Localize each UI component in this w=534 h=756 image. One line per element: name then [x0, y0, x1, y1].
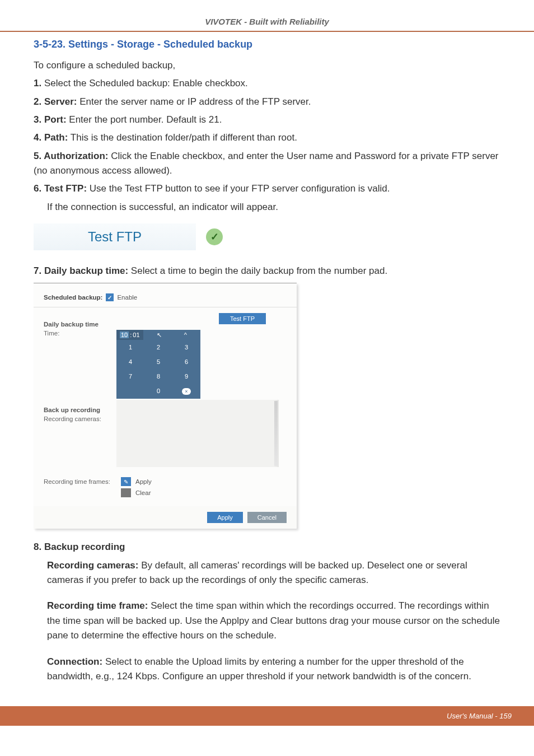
step-1-text: Select the Scheduled backup: Enable chec…	[41, 78, 248, 88]
numpad-9[interactable]: 9	[172, 369, 200, 384]
apply-button[interactable]: Apply	[207, 512, 243, 523]
step-6-text: Use the Test FTP button to see if your F…	[87, 183, 390, 194]
step-3-text: Enter the port number. Default is 21.	[67, 114, 222, 125]
numpad-6[interactable]: 6	[172, 354, 200, 369]
time-label: Time:	[44, 330, 116, 337]
numpad-2[interactable]: 2	[144, 340, 172, 354]
section-title: 3-5-23. Settings - Storage - Scheduled b…	[34, 39, 500, 50]
step-3: 3. Port: Enter the port number. Default …	[34, 113, 500, 127]
step-5-key: Authorization:	[44, 151, 108, 161]
testftp-figure: Test FTP ✓	[34, 220, 500, 254]
testftp-button[interactable]: Test FTP	[219, 313, 266, 324]
step-8c: Connection: Select to enable the Upload …	[34, 655, 500, 684]
page-header: VIVOTEK - Built with Reliability	[34, 0, 500, 31]
step-5-num: 5.	[34, 151, 44, 161]
step-1: 1. Select the Scheduled backup: Enable c…	[34, 76, 500, 91]
recording-cameras-label: Recording cameras:	[44, 416, 116, 422]
step-8c-key: Connection:	[47, 656, 102, 667]
step-2: 2. Server: Enter the server name or IP a…	[34, 95, 500, 109]
recording-cameras-panel[interactable]	[116, 400, 279, 467]
step-4: 4. Path: This is the destination folder/…	[34, 130, 500, 145]
time-input[interactable]: 10 : 01	[116, 330, 143, 340]
step-2-text: Enter the server name or IP address of t…	[77, 96, 311, 107]
step-6-num: 6.	[34, 183, 44, 194]
time-colon: :	[130, 332, 132, 338]
clear-swatch-label: Clear	[135, 489, 151, 496]
section-number: 3-5-23.	[34, 39, 65, 50]
panel-top: Scheduled backup: ✓ Enable	[34, 283, 297, 307]
numpad[interactable]: 10 : 01 ↖ ^ 1 2 3 4 5	[116, 330, 200, 399]
config-panel: Scheduled backup: ✓ Enable Test FTP Dail…	[34, 283, 297, 529]
step-1-num: 1.	[34, 78, 41, 88]
time-mm: 01	[133, 332, 139, 338]
step-8-num: 8.	[34, 542, 44, 552]
scheduled-backup-label: Scheduled backup:	[44, 294, 102, 301]
caret-up-icon[interactable]: ^	[184, 332, 187, 338]
backspace-icon: ×	[182, 388, 190, 395]
step-2-key: Server:	[44, 96, 77, 107]
numpad-7[interactable]: 7	[116, 369, 144, 384]
enable-label: Enable	[117, 294, 137, 301]
apply-swatch-icon[interactable]: ✎	[121, 477, 131, 486]
step-7-num: 7.	[34, 265, 44, 276]
step-6: 6. Test FTP: Use the Test FTP button to …	[34, 181, 500, 196]
step-7-key: Daily backup time:	[44, 265, 128, 276]
numpad-backspace[interactable]: ×	[172, 384, 200, 399]
step-2-num: 2.	[34, 96, 44, 107]
step-8: 8. Backup recording	[34, 540, 500, 554]
step-3-key: Port:	[44, 114, 67, 125]
step-4-num: 4.	[34, 132, 44, 143]
clear-swatch-icon[interactable]	[121, 488, 131, 497]
numpad-1[interactable]: 1	[116, 340, 144, 354]
step-4-text: This is the destination folder/path if d…	[68, 132, 297, 143]
page-footer: User's Manual - 159	[0, 706, 534, 726]
step-8a: Recording cameras: By default, all camer…	[34, 558, 500, 588]
testftp-large-button[interactable]: Test FTP	[34, 223, 196, 250]
cancel-button[interactable]: Cancel	[247, 512, 287, 523]
recording-time-frames-label: Recording time frames:	[44, 478, 116, 485]
numpad-3[interactable]: 3	[172, 340, 200, 354]
numpad-4[interactable]: 4	[116, 354, 144, 369]
cursor-icon: ↖	[157, 332, 162, 339]
step-8-key: Backup recording	[44, 542, 125, 552]
section-name: Settings - Storage - Scheduled backup	[68, 39, 252, 50]
intro-text: To configure a scheduled backup,	[34, 58, 500, 73]
apply-swatch-label: Apply	[135, 478, 152, 485]
numpad-blank	[116, 384, 144, 399]
check-icon: ✓	[206, 228, 223, 245]
step-7: 7. Daily backup time: Select a time to b…	[34, 264, 500, 278]
step-8b: Recording time frame: Select the time sp…	[34, 599, 500, 643]
step-8c-text: Select to enable the Upload limits by en…	[47, 656, 471, 682]
step-8a-key: Recording cameras:	[47, 560, 138, 571]
time-hh: 10	[120, 332, 129, 338]
numpad-5[interactable]: 5	[144, 354, 172, 369]
numpad-0[interactable]: 0	[144, 384, 172, 399]
panel-footer: Apply Cancel	[34, 506, 297, 529]
step-7-text: Select a time to begin the daily backup …	[128, 265, 387, 276]
enable-checkbox[interactable]: ✓	[106, 293, 114, 301]
step-6-key: Test FTP:	[44, 183, 87, 194]
step-6b: If the connection is successful, an indi…	[34, 200, 500, 214]
numpad-8[interactable]: 8	[144, 369, 172, 384]
header-divider	[0, 31, 534, 32]
step-8b-key: Recording time frame:	[47, 600, 148, 611]
panel-body: Test FTP Daily backup time Time: 10 : 01…	[34, 307, 297, 506]
step-3-num: 3.	[34, 114, 44, 125]
step-5: 5. Authorization: Click the Enable check…	[34, 149, 500, 179]
step-4-key: Path:	[44, 132, 68, 143]
